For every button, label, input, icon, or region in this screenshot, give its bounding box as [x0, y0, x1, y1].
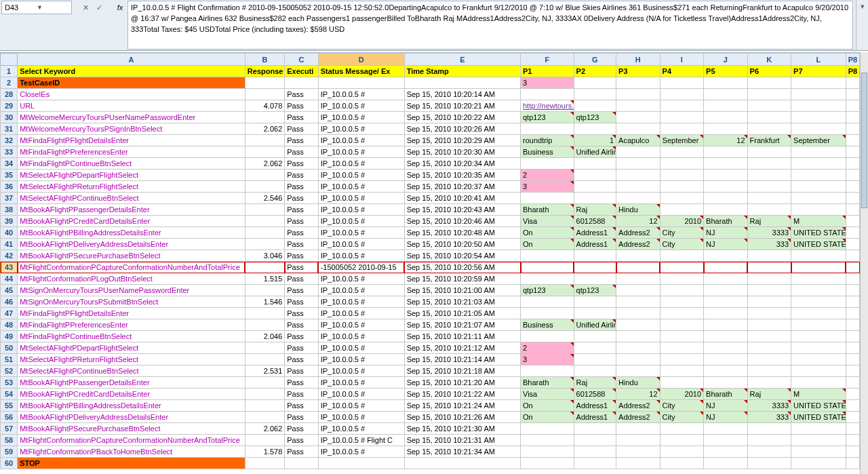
cell[interactable]	[704, 331, 748, 342]
cell[interactable]	[616, 366, 660, 377]
cell[interactable]: MtBookAFlightPPassengerDetailsEnter	[18, 377, 245, 389]
cell[interactable]	[404, 458, 520, 469]
cell[interactable]	[747, 296, 791, 308]
cell[interactable]: Sep 15, 2010 10:21:00 AM	[404, 285, 520, 296]
cell[interactable]: P5	[704, 66, 748, 77]
cell[interactable]: Sep 15, 2010 10:20:41 AM	[404, 193, 520, 204]
cell[interactable]: Pass	[285, 412, 318, 423]
cell[interactable]: MtFindaFlightPFlightDetailsEnter	[18, 135, 245, 146]
cell[interactable]	[791, 170, 846, 181]
cell[interactable]	[704, 308, 748, 319]
cell[interactable]	[660, 250, 704, 262]
cell[interactable]	[574, 458, 616, 469]
cell[interactable]: Sep 15, 2010 10:21:07 AM	[404, 319, 520, 331]
cell[interactable]	[660, 262, 704, 273]
cell[interactable]: Pass	[285, 250, 318, 262]
cell[interactable]: Sep 15, 2010 10:21:30 AM	[404, 423, 520, 435]
cell[interactable]	[660, 89, 704, 100]
cell[interactable]	[747, 112, 791, 123]
formula-text[interactable]: IP_10.0.0.5 # Flight Confirmation # 2010…	[127, 1, 853, 50]
cell[interactable]	[747, 331, 791, 342]
cell[interactable]: Address1	[574, 239, 616, 250]
cell[interactable]	[747, 435, 791, 446]
cell[interactable]: IP_10.0.0.5 #	[318, 319, 404, 331]
cell[interactable]	[704, 112, 748, 123]
cell[interactable]	[660, 458, 704, 469]
cell[interactable]: M	[791, 216, 846, 227]
cell[interactable]	[285, 77, 318, 89]
cell[interactable]: September	[660, 135, 704, 146]
row-hdr[interactable]: 1	[1, 66, 18, 77]
fx-icon[interactable]: fx	[113, 1, 127, 14]
cell[interactable]: MtFlightConformationPCaptureConformation…	[18, 435, 245, 446]
cell[interactable]: Sep 15, 2010 10:20:43 AM	[404, 204, 520, 216]
cell[interactable]	[747, 319, 791, 331]
cell[interactable]: IP_10.0.0.5 #	[318, 273, 404, 285]
cell[interactable]	[574, 89, 616, 100]
cell[interactable]: Sep 15, 2010 10:20:56 AM	[404, 262, 520, 273]
cell[interactable]	[791, 77, 846, 89]
cell[interactable]: MtFlightConformationPCaptureConformation…	[18, 262, 245, 273]
cell[interactable]: Unified Airlines	[574, 146, 616, 158]
cell[interactable]	[660, 158, 704, 170]
cell[interactable]	[846, 146, 859, 158]
cell[interactable]	[747, 423, 791, 435]
cell[interactable]	[660, 319, 704, 331]
cell[interactable]	[521, 308, 574, 319]
cell[interactable]	[616, 123, 660, 135]
cell[interactable]: 3333	[747, 227, 791, 239]
row-hdr[interactable]: 44	[1, 273, 18, 285]
cell[interactable]: IP_10.0.0.5 #	[318, 123, 404, 135]
cell[interactable]	[791, 331, 846, 342]
cell[interactable]: Raj	[574, 377, 616, 389]
row-hdr[interactable]: 43	[1, 262, 18, 273]
cell[interactable]	[616, 146, 660, 158]
cell[interactable]	[574, 158, 616, 170]
row-hdr[interactable]: 42	[1, 250, 18, 262]
row-hdr[interactable]: 52	[1, 366, 18, 377]
cell[interactable]: Response	[245, 66, 284, 77]
cell[interactable]: Sep 15, 2010 10:21:34 AM	[404, 446, 520, 458]
cell[interactable]: MtBookAFlightPCreditCardDetailsEnter	[18, 389, 245, 400]
col-A[interactable]: A	[18, 54, 245, 66]
cell[interactable]	[245, 204, 284, 216]
cell[interactable]: IP_10.0.0.5 #	[318, 158, 404, 170]
cell[interactable]: MtSelectAFlightPContinueBtnSelect	[18, 193, 245, 204]
cell[interactable]: Sep 15, 2010 10:20:59 AM	[404, 273, 520, 285]
cell[interactable]	[791, 158, 846, 170]
cell[interactable]: Sep 15, 2010 10:20:34 AM	[404, 158, 520, 170]
cell[interactable]: IP_10.0.0.5 #	[318, 342, 404, 354]
cell[interactable]	[245, 412, 284, 423]
cell[interactable]	[704, 458, 748, 469]
cell[interactable]	[846, 170, 859, 181]
cell[interactable]	[846, 204, 859, 216]
row-hdr[interactable]: 57	[1, 423, 18, 435]
cell[interactable]	[846, 273, 859, 285]
row-hdr[interactable]: 49	[1, 331, 18, 342]
cell[interactable]	[846, 446, 859, 458]
cell[interactable]: Sep 15, 2010 10:20:50 AM	[404, 239, 520, 250]
cell[interactable]	[521, 331, 574, 342]
cell[interactable]: On	[521, 239, 574, 250]
cell[interactable]	[846, 319, 859, 331]
col-E[interactable]: E	[404, 54, 520, 66]
cell[interactable]	[704, 366, 748, 377]
cell[interactable]: IP_10.0.0.5 #	[318, 239, 404, 250]
cell[interactable]	[747, 308, 791, 319]
cell[interactable]: Bharath	[704, 389, 748, 400]
row-hdr[interactable]: 54	[1, 389, 18, 400]
cell[interactable]	[747, 193, 791, 204]
cell[interactable]	[747, 285, 791, 296]
cell[interactable]	[318, 458, 404, 469]
cell[interactable]: IP_10.0.0.5 #	[318, 389, 404, 400]
cell[interactable]: Frankfurt	[747, 135, 791, 146]
cell[interactable]	[747, 250, 791, 262]
cell[interactable]: Sep 15, 2010 10:21:22 AM	[404, 389, 520, 400]
cell[interactable]: MtFindaFlightPPreferencesEnter	[18, 319, 245, 331]
cell[interactable]	[245, 285, 284, 296]
cell[interactable]	[704, 100, 748, 112]
cell[interactable]: Pass	[285, 400, 318, 412]
cell[interactable]: Pass	[285, 204, 318, 216]
cell[interactable]: 2.046	[245, 331, 284, 342]
cell[interactable]	[704, 193, 748, 204]
